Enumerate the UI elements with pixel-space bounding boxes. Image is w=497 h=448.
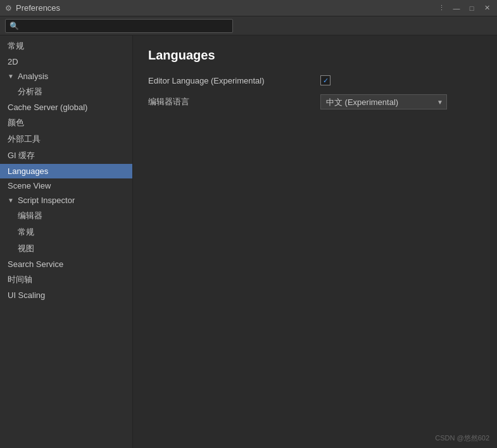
sidebar-item-script-inspector[interactable]: ▼Script Inspector	[0, 193, 132, 208]
sidebar-item-label-color: 颜色	[8, 117, 24, 128]
settings-row-editor-language-experimental: Editor Language (Experimental)	[148, 75, 482, 85]
sidebar-item-general2[interactable]: 常规	[0, 224, 132, 240]
editor-language-dropdown-wrapper[interactable]: 中文 (Experimental) English 日本語 한국어 ▼	[320, 94, 447, 109]
page-title: Languages	[148, 48, 482, 63]
sidebar-item-search-service[interactable]: Search Service	[0, 257, 132, 271]
sidebar-item-label-search-service: Search Service	[8, 259, 63, 269]
sidebar-item-analysis[interactable]: ▼Analysis	[0, 69, 132, 84]
sidebar-item-languages[interactable]: Languages	[0, 164, 132, 178]
sidebar-item-label-languages: Languages	[8, 166, 48, 176]
editor-language-experimental-checkbox[interactable]	[320, 75, 330, 85]
arrow-icon-analysis: ▼	[8, 73, 14, 80]
sidebar-item-label-analysis: Analysis	[18, 72, 48, 81]
editor-language-experimental-checkbox-container[interactable]	[320, 75, 330, 85]
sidebar-item-label-external-tools: 外部工具	[8, 134, 41, 145]
sidebar-item-label-cache-server: Cache Server (global)	[8, 103, 87, 112]
close-button[interactable]: ✕	[482, 3, 492, 13]
editor-language-dropdown[interactable]: 中文 (Experimental) English 日本語 한국어	[320, 94, 447, 109]
editor-language-label: 编辑器语言	[148, 96, 313, 108]
sidebar-item-color[interactable]: 颜色	[0, 115, 132, 131]
sidebar-item-external-tools[interactable]: 外部工具	[0, 131, 132, 147]
sidebar-item-scene-view[interactable]: Scene View	[0, 178, 132, 193]
maximize-button[interactable]: □	[467, 3, 477, 13]
content-area: Languages Editor Language (Experimental)…	[133, 35, 497, 448]
sidebar-item-view[interactable]: 视图	[0, 240, 132, 257]
title-bar-title: Preferences	[16, 3, 60, 13]
main-layout: 常规2D▼Analysis分析器Cache Server (global)颜色外…	[0, 35, 497, 448]
sidebar-item-label-editor: 编辑器	[18, 210, 42, 221]
preferences-icon: ⚙	[5, 4, 12, 13]
sidebar-item-label-gi-cache: GI 缓存	[8, 150, 35, 161]
sidebar-item-gi-cache[interactable]: GI 缓存	[0, 147, 132, 164]
search-input-wrapper[interactable]: 🔍	[5, 19, 233, 33]
sidebar-item-2d[interactable]: 2D	[0, 54, 132, 69]
arrow-icon-script-inspector: ▼	[8, 197, 14, 204]
title-bar-controls: ⋮ — □ ✕	[436, 3, 492, 13]
editor-language-experimental-label: Editor Language (Experimental)	[148, 76, 313, 85]
sidebar-item-label-scene-view: Scene View	[8, 181, 51, 190]
sidebar-item-label-timeline: 时间轴	[8, 274, 32, 285]
title-bar: ⚙ Preferences ⋮ — □ ✕	[0, 0, 497, 16]
search-bar: 🔍	[0, 16, 497, 35]
search-input[interactable]	[22, 22, 229, 30]
watermark: CSDN @悠然602	[435, 433, 489, 443]
sidebar-item-analyzer[interactable]: 分析器	[0, 84, 132, 100]
sidebar-item-label-analyzer: 分析器	[18, 86, 42, 97]
search-icon: 🔍	[9, 22, 19, 30]
sidebar: 常规2D▼Analysis分析器Cache Server (global)颜色外…	[0, 35, 133, 448]
minimize-button[interactable]: —	[451, 3, 462, 13]
sidebar-item-label-general2: 常规	[18, 227, 34, 238]
sidebar-item-label-general: 常规	[8, 40, 24, 52]
sidebar-item-general[interactable]: 常规	[0, 38, 132, 54]
sidebar-item-label-ui-scaling: UI Scaling	[8, 290, 45, 300]
sidebar-item-editor[interactable]: 编辑器	[0, 208, 132, 224]
settings-row-editor-language: 编辑器语言 中文 (Experimental) English 日本語 한국어 …	[148, 94, 482, 109]
sidebar-item-label-2d: 2D	[8, 57, 18, 66]
sidebar-item-ui-scaling[interactable]: UI Scaling	[0, 288, 132, 302]
sidebar-item-label-view: 视图	[18, 243, 34, 254]
sidebar-item-timeline[interactable]: 时间轴	[0, 271, 132, 288]
sidebar-item-label-script-inspector: Script Inspector	[18, 196, 75, 205]
sidebar-item-cache-server[interactable]: Cache Server (global)	[0, 100, 132, 115]
more-options-button[interactable]: ⋮	[436, 3, 446, 13]
title-bar-left: ⚙ Preferences	[5, 3, 60, 13]
